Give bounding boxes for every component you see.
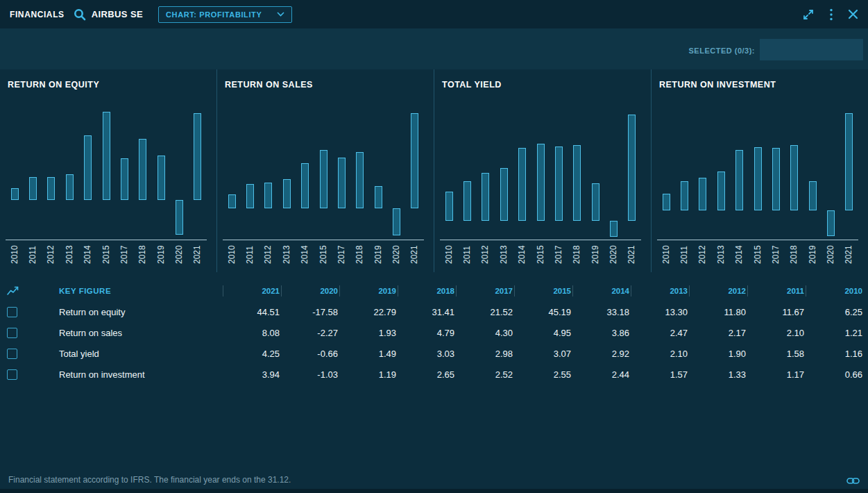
chart-plot-area xyxy=(657,99,858,240)
metric-value-cell: -2.27 xyxy=(281,328,339,338)
close-icon[interactable] xyxy=(848,9,858,19)
app-title: FINANCIALS xyxy=(10,10,65,19)
bar-2015 xyxy=(103,112,110,200)
year-column-header: 2020 xyxy=(281,285,339,296)
bar-2013 xyxy=(66,174,74,200)
x-axis-label: 2018 xyxy=(572,245,581,264)
bar-2021 xyxy=(194,113,201,200)
metric-value-cell: 2.17 xyxy=(689,328,747,338)
x-axis-label: 2021 xyxy=(844,245,853,264)
expand-icon[interactable] xyxy=(802,8,815,21)
metric-label: Return on sales xyxy=(28,328,223,338)
x-axis-label: 2019 xyxy=(808,245,817,264)
bar-2010 xyxy=(228,194,236,209)
bar-2018 xyxy=(790,145,798,210)
bar-2018 xyxy=(573,145,581,221)
x-axis-label: 2014 xyxy=(300,245,309,264)
search-icon[interactable] xyxy=(73,8,87,22)
bar-2019 xyxy=(809,181,817,210)
row-checkbox[interactable] xyxy=(7,328,17,338)
row-checkbox[interactable] xyxy=(7,307,17,317)
x-axis-label: 2011 xyxy=(680,246,689,264)
link-icon[interactable] xyxy=(846,476,860,485)
metric-value-cell: 33.18 xyxy=(572,307,631,317)
metric-value-cell: 2.47 xyxy=(631,328,689,338)
bar-2018 xyxy=(139,139,146,200)
line-chart-icon[interactable] xyxy=(0,286,28,296)
bar-2017 xyxy=(772,148,780,210)
bar-2013 xyxy=(717,172,725,210)
metric-value-cell: 3.94 xyxy=(223,369,281,380)
x-axis-label: 2013 xyxy=(500,245,509,264)
x-axis-label: 2021 xyxy=(627,245,636,264)
row-checkbox[interactable] xyxy=(7,349,17,359)
metric-value-cell: -17.58 xyxy=(281,307,339,317)
bar-2015 xyxy=(754,147,762,210)
bar-2012 xyxy=(264,183,272,208)
bar-2012 xyxy=(699,178,706,210)
table-row: Return on sales8.08-2.271.934.794.304.95… xyxy=(0,322,868,343)
table-body: Return on equity44.51-17.5822.7931.4121.… xyxy=(0,301,868,385)
chart-title: RETURN ON INVESTMENT xyxy=(659,80,776,90)
metric-value-cell: 44.51 xyxy=(223,307,281,317)
bar-2011 xyxy=(681,181,688,210)
metric-value-cell: 1.57 xyxy=(631,369,689,380)
x-axis-label: 2012 xyxy=(481,245,490,264)
x-axis-label: 2010 xyxy=(228,245,237,264)
metric-value-cell: 1.49 xyxy=(339,349,398,359)
x-axis-label: 2015 xyxy=(754,245,763,264)
kebab-menu-icon[interactable] xyxy=(829,8,833,21)
x-axis-label: 2011 xyxy=(28,246,37,264)
chart-plot-area xyxy=(440,99,641,240)
metric-value-cell: 4.25 xyxy=(223,349,281,359)
x-axis-label: 2018 xyxy=(355,245,364,264)
year-column-header: 2011 xyxy=(747,285,806,296)
x-axis-label: 2018 xyxy=(138,245,147,264)
chart-title: RETURN ON EQUITY xyxy=(8,80,99,90)
x-axis-label: 2019 xyxy=(591,245,600,264)
metric-value-cell: 2.10 xyxy=(747,328,806,338)
bar-2021 xyxy=(628,115,636,221)
chart-plot-area xyxy=(6,99,207,240)
x-axis-label: 2021 xyxy=(193,245,202,264)
chart-type-dropdown[interactable]: CHART: PROFITABILITY xyxy=(158,6,292,23)
metric-value-cell: 4.79 xyxy=(398,328,456,338)
bar-2012 xyxy=(47,177,55,200)
bar-2019 xyxy=(592,183,599,221)
key-figure-header: KEY FIGURE xyxy=(28,287,223,295)
bar-2015 xyxy=(537,144,545,220)
metric-value-cell: 0.66 xyxy=(806,369,864,380)
metric-value-cell: 45.19 xyxy=(514,307,572,317)
metric-value-cell: 1.21 xyxy=(806,328,864,338)
x-axis-label: 2012 xyxy=(264,245,273,264)
x-axis-label: 2020 xyxy=(609,245,618,264)
chart-title: RETURN ON SALES xyxy=(225,80,313,90)
x-axis-label: 2013 xyxy=(717,245,726,264)
financial-table: KEY FIGURE 20212020201920182017201520142… xyxy=(0,281,868,385)
year-column-header: 2019 xyxy=(339,285,398,296)
row-checkbox[interactable] xyxy=(7,369,17,380)
metric-label: Total yield xyxy=(28,349,223,359)
selected-items-box[interactable] xyxy=(760,39,863,60)
x-axis-label: 2011 xyxy=(246,246,255,264)
bar-2011 xyxy=(29,177,37,200)
metric-value-cell: 1.58 xyxy=(747,349,806,359)
bar-2017 xyxy=(555,147,563,221)
metric-value-cell: 13.30 xyxy=(631,307,689,317)
metric-value-cell: 3.03 xyxy=(398,349,456,359)
metric-value-cell: 1.19 xyxy=(339,369,398,380)
bar-2020 xyxy=(827,210,835,236)
bar-2013 xyxy=(283,179,291,208)
year-column-header: 2010 xyxy=(806,285,864,296)
x-axis-label: 2012 xyxy=(698,245,707,264)
bottom-edge-strip xyxy=(0,489,868,493)
x-axis-label: 2014 xyxy=(518,245,527,264)
x-axis-label: 2010 xyxy=(445,245,454,264)
chart-title: TOTAL YIELD xyxy=(442,80,502,90)
x-axis-label: 2014 xyxy=(735,245,744,264)
year-column-header: 2012 xyxy=(689,285,747,296)
selection-band: SELECTED (0/3): xyxy=(0,28,868,69)
x-axis-label: 2019 xyxy=(157,245,166,264)
charts-row: RETURN ON EQUITY 20102011201220132014201… xyxy=(0,69,868,272)
bar-2019 xyxy=(158,156,165,200)
